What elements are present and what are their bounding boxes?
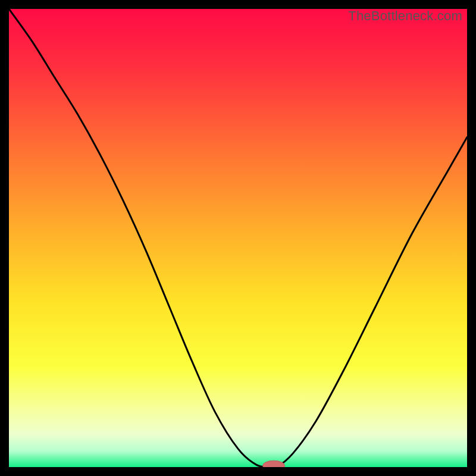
gradient-background: [9, 9, 467, 467]
chart-frame: TheBottleneck.com: [9, 9, 467, 467]
bottleneck-chart: [9, 9, 467, 467]
attribution-label: TheBottleneck.com: [348, 8, 462, 24]
